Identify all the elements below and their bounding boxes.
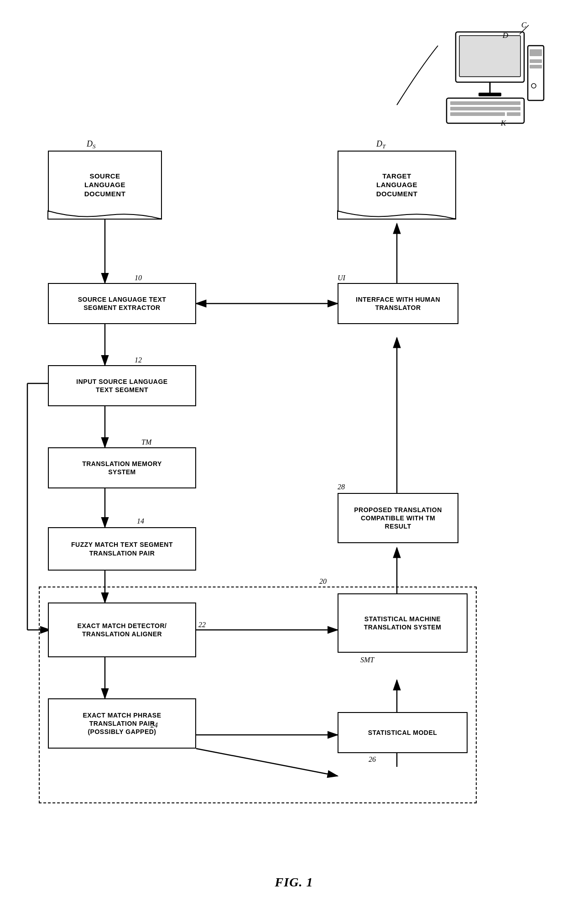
interface-with-human-translator: INTERFACE WITH HUMAN TRANSLATOR [338,283,458,324]
input-source-text: INPUT SOURCE LANGUAGE TEXT SEGMENT [76,377,167,394]
svg-rect-22 [479,93,501,96]
label-26: 26 [369,755,376,764]
svg-rect-27 [507,112,520,116]
svg-rect-20 [459,36,520,77]
computer-illustration: C D K [419,18,547,132]
label-28: 28 [338,483,345,491]
proposed-text: PROPOSED TRANSLATION COMPATIBLE WITH TM … [354,506,442,531]
proposed-translation: PROPOSED TRANSLATION COMPATIBLE WITH TM … [338,493,458,543]
label-12: 12 [135,356,142,364]
svg-rect-31 [530,65,542,68]
diagram-container: C D K SOURCE LANGUAGE DOCUMENT DS TARGET… [0,0,588,917]
exact-phrase-translation-pair: EXACT MATCH PHRASE TRANSLATION PAIR (POS… [48,698,196,749]
svg-rect-29 [530,49,542,56]
smt-system: STATISTICAL MACHINE TRANSLATION SYSTEM [338,593,468,653]
label-20: 20 [319,577,327,586]
statistical-model: STATISTICAL MODEL [338,712,468,753]
label-tm: TM [141,438,151,446]
smt-text: STATISTICAL MACHINE TRANSLATION SYSTEM [364,615,442,631]
svg-rect-25 [450,107,520,110]
source-language-text-segment-extractor: SOURCE LANGUAGE TEXT SEGMENT EXTRACTOR [48,283,196,324]
label-k: K [501,119,506,128]
label-ui: UI [338,274,345,282]
tm-text: TRANSLATION MEMORY SYSTEM [82,460,162,476]
exact-detector-text: EXACT MATCH DETECTOR/ TRANSLATION ALIGNE… [78,622,167,638]
label-d: D [503,31,508,40]
interface-text: INTERFACE WITH HUMAN TRANSLATOR [356,295,440,312]
svg-rect-26 [450,112,505,116]
fuzzy-text: FUZZY MATCH TEXT SEGMENT TRANSLATION PAI… [71,540,173,557]
label-ds: DS [87,139,96,150]
fuzzy-match-text-segment: FUZZY MATCH TEXT SEGMENT TRANSLATION PAI… [48,527,196,571]
extractor-text: SOURCE LANGUAGE TEXT SEGMENT EXTRACTOR [78,295,167,312]
label-c: C [521,21,526,30]
stat-model-text: STATISTICAL MODEL [368,728,437,737]
exact-match-detector: EXACT MATCH DETECTOR/ TRANSLATION ALIGNE… [48,603,196,657]
label-22: 22 [198,621,206,629]
figure-title: FIG. 1 [275,875,313,890]
source-language-document: SOURCE LANGUAGE DOCUMENT [48,151,162,219]
source-doc-text: SOURCE LANGUAGE DOCUMENT [84,172,126,199]
target-doc-text: TARGET LANGUAGE DOCUMENT [376,172,418,199]
label-smt: SMT [360,656,374,664]
target-language-document: TARGET LANGUAGE DOCUMENT [338,151,456,219]
svg-rect-30 [530,59,542,63]
label-14: 14 [137,517,144,525]
input-source-language-text-segment: INPUT SOURCE LANGUAGE TEXT SEGMENT [48,365,196,406]
label-dt: DT [376,139,385,150]
label-24: 24 [151,721,158,729]
translation-memory-system: TRANSLATION MEMORY SYSTEM [48,447,196,488]
exact-phrase-text: EXACT MATCH PHRASE TRANSLATION PAIR (POS… [83,711,161,736]
svg-rect-24 [450,101,520,105]
label-10: 10 [135,274,142,282]
